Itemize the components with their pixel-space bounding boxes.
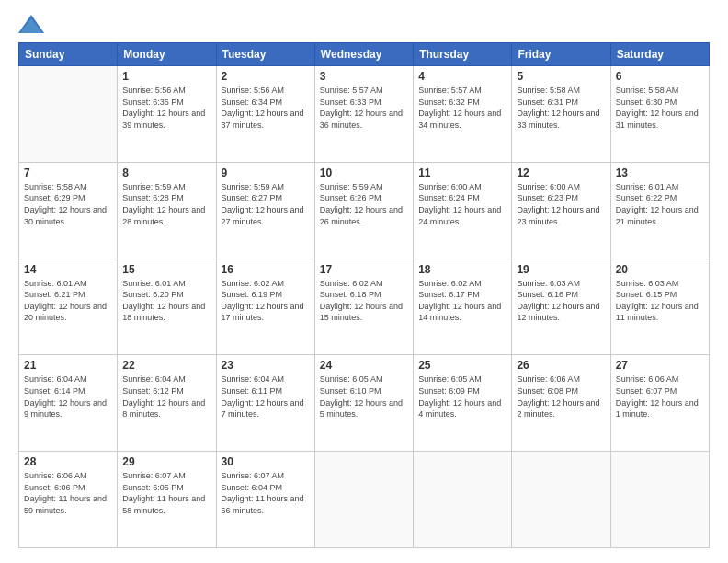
- day-number: 19: [517, 263, 605, 276]
- day-info: Sunrise: 6:02 AMSunset: 6:17 PMDaylight:…: [418, 278, 506, 324]
- day-info: Sunrise: 5:58 AMSunset: 6:31 PMDaylight:…: [517, 85, 605, 131]
- day-number: 15: [122, 263, 210, 276]
- calendar-week-3: 14Sunrise: 6:01 AMSunset: 6:21 PMDayligh…: [19, 259, 710, 355]
- calendar-cell: 30Sunrise: 6:07 AMSunset: 6:04 PMDayligh…: [216, 452, 314, 548]
- calendar-cell: 21Sunrise: 6:04 AMSunset: 6:14 PMDayligh…: [19, 355, 118, 452]
- day-number: 8: [122, 167, 210, 179]
- day-number: 23: [222, 359, 310, 372]
- calendar-cell: 5Sunrise: 5:58 AMSunset: 6:31 PMDaylight…: [512, 66, 610, 163]
- day-number: 5: [517, 70, 605, 83]
- day-number: 11: [418, 167, 506, 179]
- calendar-cell: 28Sunrise: 6:06 AMSunset: 6:06 PMDayligh…: [19, 452, 118, 548]
- calendar-cell: 15Sunrise: 6:01 AMSunset: 6:20 PMDayligh…: [118, 259, 216, 355]
- calendar-cell: 20Sunrise: 6:03 AMSunset: 6:15 PMDayligh…: [610, 259, 709, 355]
- day-info: Sunrise: 6:05 AMSunset: 6:10 PMDaylight:…: [320, 373, 408, 419]
- logo-icon: [18, 15, 44, 33]
- day-number: 29: [122, 455, 210, 468]
- day-info: Sunrise: 6:01 AMSunset: 6:20 PMDaylight:…: [122, 278, 210, 324]
- calendar-header-tuesday: Tuesday: [216, 43, 314, 66]
- day-number: 27: [616, 359, 704, 372]
- calendar-cell: 8Sunrise: 5:59 AMSunset: 6:28 PMDaylight…: [118, 162, 216, 259]
- day-number: 25: [418, 359, 506, 372]
- calendar-cell: 7Sunrise: 5:58 AMSunset: 6:29 PMDaylight…: [19, 162, 118, 259]
- day-number: 3: [320, 70, 408, 83]
- header: [18, 15, 710, 33]
- calendar-cell: 13Sunrise: 6:01 AMSunset: 6:22 PMDayligh…: [610, 162, 709, 259]
- day-number: 12: [517, 167, 605, 179]
- day-info: Sunrise: 5:56 AMSunset: 6:34 PMDaylight:…: [222, 85, 310, 131]
- day-info: Sunrise: 6:00 AMSunset: 6:23 PMDaylight:…: [517, 181, 605, 227]
- day-number: 22: [122, 359, 210, 372]
- calendar-cell: [610, 452, 709, 548]
- day-info: Sunrise: 6:03 AMSunset: 6:15 PMDaylight:…: [616, 278, 704, 324]
- day-number: 6: [616, 70, 704, 83]
- day-info: Sunrise: 5:59 AMSunset: 6:27 PMDaylight:…: [222, 181, 310, 227]
- day-number: 20: [616, 263, 704, 276]
- day-number: 16: [222, 263, 310, 276]
- calendar-cell: 4Sunrise: 5:57 AMSunset: 6:32 PMDaylight…: [414, 66, 512, 163]
- calendar-cell: 27Sunrise: 6:06 AMSunset: 6:07 PMDayligh…: [610, 355, 709, 452]
- calendar-header-saturday: Saturday: [610, 43, 709, 66]
- day-info: Sunrise: 6:07 AMSunset: 6:05 PMDaylight:…: [122, 470, 210, 516]
- day-number: 1: [122, 70, 210, 83]
- day-info: Sunrise: 5:58 AMSunset: 6:29 PMDaylight:…: [24, 181, 112, 227]
- day-info: Sunrise: 5:56 AMSunset: 6:35 PMDaylight:…: [122, 85, 210, 131]
- day-info: Sunrise: 6:05 AMSunset: 6:09 PMDaylight:…: [418, 373, 506, 419]
- calendar-cell: 11Sunrise: 6:00 AMSunset: 6:24 PMDayligh…: [414, 162, 512, 259]
- calendar-cell: [19, 66, 118, 163]
- calendar-cell: [314, 452, 413, 548]
- day-info: Sunrise: 6:02 AMSunset: 6:18 PMDaylight:…: [320, 278, 408, 324]
- day-info: Sunrise: 6:00 AMSunset: 6:24 PMDaylight:…: [418, 181, 506, 227]
- day-number: 30: [222, 455, 310, 468]
- day-info: Sunrise: 6:07 AMSunset: 6:04 PMDaylight:…: [222, 470, 310, 516]
- calendar-header-friday: Friday: [512, 43, 610, 66]
- day-number: 17: [320, 263, 408, 276]
- calendar-header-wednesday: Wednesday: [314, 43, 413, 66]
- calendar-week-5: 28Sunrise: 6:06 AMSunset: 6:06 PMDayligh…: [19, 452, 710, 548]
- day-info: Sunrise: 6:04 AMSunset: 6:14 PMDaylight:…: [24, 373, 112, 419]
- day-number: 26: [517, 359, 605, 372]
- day-info: Sunrise: 5:58 AMSunset: 6:30 PMDaylight:…: [616, 85, 704, 131]
- calendar-cell: 16Sunrise: 6:02 AMSunset: 6:19 PMDayligh…: [216, 259, 314, 355]
- day-number: 21: [24, 359, 112, 372]
- calendar-cell: 19Sunrise: 6:03 AMSunset: 6:16 PMDayligh…: [512, 259, 610, 355]
- day-number: 9: [222, 167, 310, 179]
- calendar-week-1: 1Sunrise: 5:56 AMSunset: 6:35 PMDaylight…: [19, 66, 710, 163]
- calendar: SundayMondayTuesdayWednesdayThursdayFrid…: [18, 42, 710, 548]
- day-info: Sunrise: 5:59 AMSunset: 6:26 PMDaylight:…: [320, 181, 408, 227]
- day-number: 2: [222, 70, 310, 83]
- day-info: Sunrise: 6:06 AMSunset: 6:07 PMDaylight:…: [616, 373, 704, 419]
- day-info: Sunrise: 6:03 AMSunset: 6:16 PMDaylight:…: [517, 278, 605, 324]
- calendar-cell: 24Sunrise: 6:05 AMSunset: 6:10 PMDayligh…: [314, 355, 413, 452]
- calendar-cell: 17Sunrise: 6:02 AMSunset: 6:18 PMDayligh…: [314, 259, 413, 355]
- day-number: 7: [24, 167, 112, 179]
- calendar-header-row: SundayMondayTuesdayWednesdayThursdayFrid…: [19, 43, 710, 66]
- calendar-cell: 12Sunrise: 6:00 AMSunset: 6:23 PMDayligh…: [512, 162, 610, 259]
- calendar-week-4: 21Sunrise: 6:04 AMSunset: 6:14 PMDayligh…: [19, 355, 710, 452]
- calendar-cell: 25Sunrise: 6:05 AMSunset: 6:09 PMDayligh…: [414, 355, 512, 452]
- calendar-cell: 29Sunrise: 6:07 AMSunset: 6:05 PMDayligh…: [118, 452, 216, 548]
- day-number: 10: [320, 167, 408, 179]
- day-number: 24: [320, 359, 408, 372]
- day-info: Sunrise: 5:59 AMSunset: 6:28 PMDaylight:…: [122, 181, 210, 227]
- calendar-cell: [414, 452, 512, 548]
- day-number: 4: [418, 70, 506, 83]
- day-number: 18: [418, 263, 506, 276]
- calendar-header-monday: Monday: [118, 43, 216, 66]
- calendar-week-2: 7Sunrise: 5:58 AMSunset: 6:29 PMDaylight…: [19, 162, 710, 259]
- day-info: Sunrise: 6:06 AMSunset: 6:08 PMDaylight:…: [517, 373, 605, 419]
- day-number: 14: [24, 263, 112, 276]
- calendar-cell: 1Sunrise: 5:56 AMSunset: 6:35 PMDaylight…: [118, 66, 216, 163]
- calendar-header-sunday: Sunday: [19, 43, 118, 66]
- day-info: Sunrise: 6:01 AMSunset: 6:22 PMDaylight:…: [616, 181, 704, 227]
- day-info: Sunrise: 5:57 AMSunset: 6:32 PMDaylight:…: [418, 85, 506, 131]
- calendar-cell: 10Sunrise: 5:59 AMSunset: 6:26 PMDayligh…: [314, 162, 413, 259]
- calendar-cell: 3Sunrise: 5:57 AMSunset: 6:33 PMDaylight…: [314, 66, 413, 163]
- calendar-cell: 23Sunrise: 6:04 AMSunset: 6:11 PMDayligh…: [216, 355, 314, 452]
- day-info: Sunrise: 5:57 AMSunset: 6:33 PMDaylight:…: [320, 85, 408, 131]
- calendar-cell: 9Sunrise: 5:59 AMSunset: 6:27 PMDaylight…: [216, 162, 314, 259]
- calendar-cell: [512, 452, 610, 548]
- calendar-cell: 6Sunrise: 5:58 AMSunset: 6:30 PMDaylight…: [610, 66, 709, 163]
- day-number: 28: [24, 455, 112, 468]
- day-info: Sunrise: 6:04 AMSunset: 6:11 PMDaylight:…: [222, 373, 310, 419]
